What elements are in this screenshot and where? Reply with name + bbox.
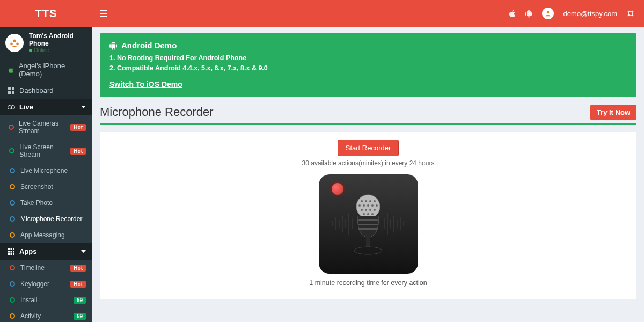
sidebar-item-label: Live	[19, 103, 33, 111]
page-title: Microphone Recorder	[100, 105, 214, 119]
svg-point-50	[376, 204, 378, 207]
device-avatar-icon	[5, 34, 24, 52]
sidebar-item-install[interactable]: Install59	[0, 292, 92, 308]
apple-icon	[6, 67, 16, 74]
dashboard-icon	[6, 87, 16, 94]
svg-rect-22	[13, 253, 14, 255]
sidebar-item-live-screen[interactable]: Live Screen StreamHot	[0, 139, 92, 163]
apple-icon[interactable]	[509, 10, 516, 18]
svg-rect-19	[13, 251, 14, 252]
svg-point-56	[367, 213, 369, 215]
switch-demo-link[interactable]: Switch To iOS Demo	[109, 80, 182, 89]
chevron-down-icon	[81, 250, 86, 253]
android-icon	[109, 41, 117, 50]
sidebar-item-label: Apps	[19, 247, 37, 255]
sidebar-item-mic-recorder[interactable]: Microphone Recorder	[0, 211, 92, 227]
svg-rect-60	[358, 228, 378, 230]
apps-icon	[6, 248, 16, 255]
sidebar-item-app-messaging[interactable]: App Messaging	[0, 227, 92, 243]
sidebar-item-dashboard[interactable]: Dashboard	[0, 82, 92, 99]
main-content: Android Demo 1. No Rooting Required For …	[92, 27, 644, 322]
device-status: Online	[29, 47, 87, 53]
banner-line: 2. Compatible Android 4.4.x, 5.x, 6.x, 7…	[109, 63, 627, 74]
svg-point-53	[369, 209, 371, 211]
sidebar-item-keylogger[interactable]: KeyloggerHot	[0, 276, 92, 292]
start-recorder-button[interactable]: Start Recorder	[338, 140, 399, 156]
svg-rect-10	[8, 91, 11, 94]
svg-rect-9	[12, 87, 14, 90]
svg-point-42	[361, 200, 363, 202]
sidebar-group-live[interactable]: Live	[0, 99, 92, 115]
sidebar-group-apps[interactable]: Apps	[0, 243, 92, 260]
svg-point-48	[367, 204, 369, 207]
microphone-graphic	[319, 174, 418, 274]
sidebar-item-live-cameras[interactable]: Live Cameras StreamHot	[0, 115, 92, 139]
settings-icon[interactable]	[627, 10, 634, 17]
sidebar-item-label: Angel's iPhone (Demo)	[19, 62, 86, 78]
svg-rect-17	[8, 251, 10, 252]
svg-rect-14	[8, 248, 10, 250]
sidebar-item-take-photo[interactable]: Take Photo	[0, 195, 92, 211]
svg-point-43	[365, 200, 367, 202]
hamburger-icon[interactable]	[92, 10, 115, 17]
banner-line: 1. No Rooting Required For Android Phone	[109, 53, 627, 63]
sidebar-item-timeline[interactable]: TimelineHot	[0, 260, 92, 276]
sidebar-item-alt-device[interactable]: Angel's iPhone (Demo)	[0, 57, 92, 82]
svg-point-5	[13, 39, 16, 42]
svg-point-57	[371, 213, 374, 215]
svg-rect-20	[8, 253, 10, 255]
device-panel[interactable]: Tom's Android Phone Online	[0, 27, 92, 57]
device-name: Tom's Android Phone	[29, 32, 87, 47]
svg-rect-61	[366, 237, 370, 247]
recording-caption: 1 minute recording time for every action	[105, 279, 631, 287]
svg-rect-58	[358, 219, 378, 221]
sidebar-item-screenshot[interactable]: Screenshot	[0, 179, 92, 195]
svg-point-44	[369, 200, 371, 202]
sidebar-item-live-mic[interactable]: Live Microphone	[0, 163, 92, 179]
svg-rect-11	[12, 91, 14, 94]
svg-point-51	[361, 209, 363, 211]
svg-point-45	[374, 200, 376, 202]
demo-banner: Android Demo 1. No Rooting Required For …	[100, 33, 636, 97]
svg-rect-21	[11, 253, 12, 255]
android-icon[interactable]	[525, 10, 532, 18]
svg-point-6	[10, 42, 13, 45]
sidebar: Tom's Android Phone Online Angel's iPhon…	[0, 27, 92, 322]
svg-point-46	[358, 204, 361, 207]
live-icon	[6, 105, 16, 110]
svg-rect-59	[358, 224, 378, 225]
banner-title-text: Android Demo	[121, 41, 177, 50]
svg-point-55	[363, 213, 365, 215]
svg-rect-15	[11, 248, 12, 250]
svg-rect-18	[11, 251, 12, 252]
user-avatar-icon[interactable]	[542, 8, 554, 19]
try-it-now-button[interactable]: Try It Now	[590, 105, 636, 120]
divider	[100, 123, 636, 125]
top-bar: TTS demo@ttspy.com	[0, 0, 644, 27]
brand-logo[interactable]: TTS	[0, 8, 92, 20]
recorder-card: Start Recorder 30 available actions(mini…	[100, 132, 636, 299]
svg-rect-16	[13, 248, 14, 250]
svg-point-52	[365, 209, 367, 211]
sidebar-item-label: Dashboard	[19, 86, 54, 94]
record-indicator-icon	[332, 183, 343, 195]
actions-hint: 30 available actions(minites) in every 2…	[105, 159, 631, 167]
svg-point-0	[546, 11, 549, 13]
svg-point-54	[374, 209, 376, 211]
svg-point-49	[371, 204, 374, 207]
chevron-down-icon	[81, 106, 86, 109]
svg-point-62	[354, 247, 382, 254]
svg-point-7	[16, 42, 19, 45]
sidebar-item-activity[interactable]: Activity59	[0, 308, 92, 322]
svg-rect-8	[8, 87, 11, 90]
user-email[interactable]: demo@ttspy.com	[564, 10, 617, 18]
svg-point-47	[363, 204, 365, 207]
